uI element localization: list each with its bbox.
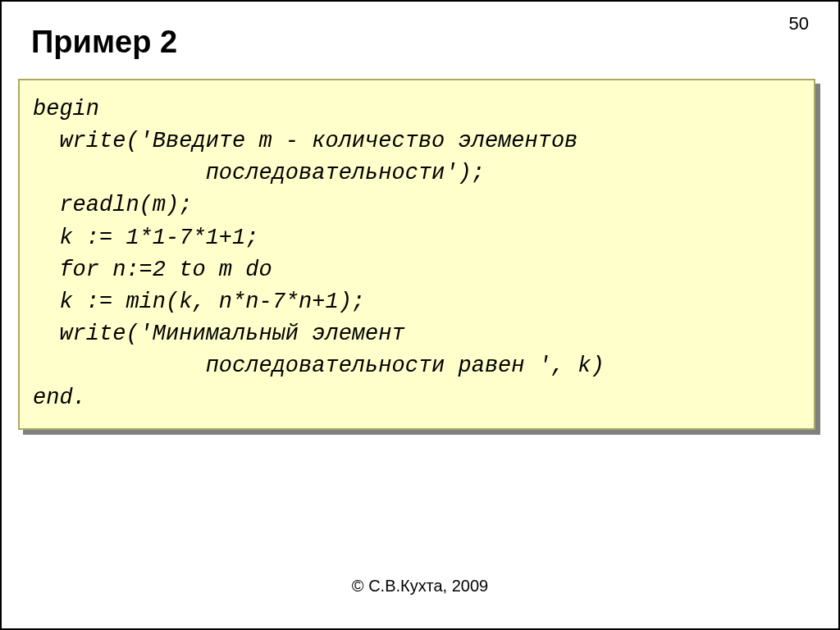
code-line: write('Введите m - количество элементов: [33, 129, 578, 153]
code-line: write('Минимальный элемент: [33, 322, 405, 346]
code-line: for n:=2 to m do: [33, 258, 272, 282]
code-line: begin: [33, 97, 99, 121]
slide-footer: © С.В.Кухта, 2009: [2, 577, 838, 596]
copyright-text: © С.В.Кухта, 2009: [352, 577, 488, 595]
code-line: k := min(k, n*n-7*n+1);: [33, 290, 365, 314]
code-line: последовательности равен ', k): [33, 354, 605, 378]
code-line: k := 1*1-7*1+1;: [33, 226, 258, 250]
slide-header: Пример 2 50: [2, 2, 838, 68]
slide-title: Пример 2: [31, 25, 177, 60]
code-line: последовательности');: [33, 161, 485, 185]
code-line: end.: [33, 386, 86, 410]
code-box: begin write('Введите m - количество элем…: [18, 79, 815, 430]
code-line: readln(m);: [33, 193, 192, 217]
page-number: 50: [789, 13, 809, 34]
